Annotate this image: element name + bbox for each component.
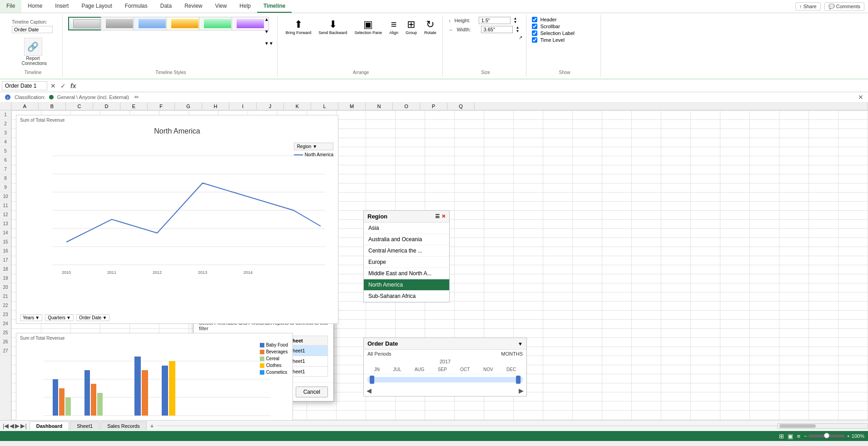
row-11[interactable]: 11 [0, 201, 11, 210]
header-checkbox[interactable] [532, 17, 537, 22]
chart1-container[interactable]: Sum of Total Revenue North America $- $1… [16, 115, 338, 324]
resize-handle-tr[interactable] [523, 338, 526, 342]
cancel-edit-button[interactable]: ✕ [49, 82, 57, 89]
quarters-dropdown[interactable]: Quarters ▼ [45, 314, 74, 321]
col-header-J[interactable]: J [257, 103, 284, 110]
date-slider-left-handle[interactable] [370, 376, 374, 384]
col-header-C[interactable]: C [66, 103, 93, 110]
tab-home[interactable]: Home [21, 0, 49, 13]
row-15[interactable]: 15 [0, 238, 11, 247]
tab-help[interactable]: Help [233, 0, 257, 13]
row-13[interactable]: 13 [0, 219, 11, 228]
tab-timeline[interactable]: Timeline [257, 0, 292, 13]
col-header-P[interactable]: P [420, 103, 447, 110]
col-header-A[interactable]: A [11, 103, 39, 110]
slicer-item-europe[interactable]: Europe [364, 257, 449, 268]
slicer-item-sub-saharan[interactable]: Sub-Saharan Africa [364, 291, 449, 302]
row-25[interactable]: 25 [0, 328, 11, 337]
row-5[interactable]: 5 [0, 147, 11, 156]
col-header-M[interactable]: M [338, 103, 366, 110]
tab-data[interactable]: Data [154, 0, 178, 13]
height-decrement[interactable]: ▼ [513, 20, 517, 24]
col-header-O[interactable]: O [393, 103, 420, 110]
sheet-last-button[interactable]: ▶| [20, 422, 26, 429]
slicer-clear-icon[interactable]: ✕ [441, 213, 446, 219]
size-expand-icon[interactable]: ↗ [519, 35, 522, 40]
col-header-I[interactable]: I [229, 103, 257, 110]
date-slicer[interactable]: Order Date ▼ All Periods MONTHS 2017 JN … [363, 337, 527, 396]
sheet-prev-button[interactable]: ◀ [10, 422, 14, 429]
col-header-F[interactable]: F [148, 103, 175, 110]
scrollbar-checkbox[interactable] [532, 24, 537, 29]
row-14[interactable]: 14 [0, 228, 11, 238]
styles-expand[interactable]: ▼▼ [264, 41, 273, 46]
cells-area[interactable]: Sum of Total Revenue North America $- $1… [11, 110, 868, 420]
timeline-style-5[interactable] [199, 17, 236, 30]
width-input[interactable] [481, 26, 513, 33]
page-break-view-icon[interactable]: ≡ [797, 433, 800, 440]
col-header-B[interactable]: B [39, 103, 66, 110]
width-decrement[interactable]: ▼ [516, 30, 519, 33]
zoom-out-button[interactable]: − [804, 433, 807, 439]
cell-reference[interactable]: Order Date 1 [2, 81, 47, 90]
row-10[interactable]: 10 [0, 192, 11, 201]
row-6[interactable]: 6 [0, 156, 11, 165]
share-button[interactable]: ↑ Share [795, 2, 821, 10]
region-filter-button[interactable]: Region ▼ [294, 143, 333, 150]
insert-function-button[interactable]: fx [69, 82, 77, 89]
timeline-style-6[interactable] [232, 17, 269, 30]
normal-view-icon[interactable]: ⊞ [779, 433, 784, 440]
row-23[interactable]: 23 [0, 310, 11, 319]
row-2[interactable]: 2 [0, 119, 11, 129]
col-header-D[interactable]: D [93, 103, 120, 110]
col-header-E[interactable]: E [120, 103, 148, 110]
date-prev-button[interactable]: ◀ [367, 387, 372, 394]
caption-input[interactable] [12, 26, 53, 33]
zoom-slider-thumb[interactable] [824, 433, 829, 438]
col-header-L[interactable]: L [311, 103, 338, 110]
timeline-style-1[interactable] [68, 17, 105, 30]
comments-button[interactable]: 💬 Comments [824, 2, 864, 11]
selection-label-checkbox[interactable] [532, 30, 537, 36]
dialog-cancel-button[interactable]: Cancel [296, 387, 328, 397]
tab-formulas[interactable]: Formulas [119, 0, 154, 13]
row-16[interactable]: 16 [0, 247, 11, 256]
row-27[interactable]: 27 [0, 347, 11, 356]
col-header-G[interactable]: G [175, 103, 202, 110]
slicer-filter-icon[interactable]: ☰ [435, 213, 440, 219]
tab-insert[interactable]: Insert [49, 0, 75, 13]
date-filter-icon[interactable]: ▼ [518, 341, 523, 347]
selection-pane-button[interactable]: ▣ Selection Pane [352, 17, 385, 37]
slicer-item-asia[interactable]: Asia [364, 223, 449, 234]
tab-review[interactable]: Review [178, 0, 208, 13]
rotate-button[interactable]: ↻ Rotate [422, 17, 439, 37]
col-header-Q[interactable]: Q [447, 103, 475, 110]
styles-scroll-down[interactable]: ▼ [264, 29, 273, 34]
tab-page-layout[interactable]: Page Layout [75, 0, 118, 13]
row-4[interactable]: 4 [0, 138, 11, 147]
bring-forward-button[interactable]: ⬆ Bring Forward [283, 17, 314, 37]
formula-input[interactable] [79, 82, 866, 90]
tab-file[interactable]: File [0, 0, 21, 13]
classification-close-button[interactable]: ✕ [858, 94, 863, 101]
timeline-style-4[interactable] [166, 17, 203, 30]
h-scrollbar[interactable] [777, 423, 868, 429]
row-1[interactable]: 1 [0, 110, 11, 119]
zoom-slider[interactable] [808, 435, 845, 437]
row-12[interactable]: 12 [0, 210, 11, 219]
sheet-tab-sheet1[interactable]: Sheet1 [70, 421, 99, 430]
height-input[interactable] [479, 17, 511, 24]
time-level-checkbox[interactable] [532, 37, 537, 43]
zoom-control[interactable]: − + 100% [804, 433, 864, 439]
slicer-item-australia[interactable]: Australia and Oceania [364, 234, 449, 245]
col-header-K[interactable]: K [284, 103, 311, 110]
group-button[interactable]: ⊞ Group [403, 17, 420, 37]
edit-classification-icon[interactable]: ✏ [134, 94, 139, 100]
col-header-H[interactable]: H [202, 103, 229, 110]
slicer-item-middle-east[interactable]: Middle East and North A... [364, 268, 449, 279]
order-date-dropdown[interactable]: Order Date ▼ [76, 314, 109, 321]
sheet-tab-sales-records[interactable]: Sales Records [100, 421, 147, 430]
row-20[interactable]: 20 [0, 283, 11, 292]
row-21[interactable]: 21 [0, 292, 11, 301]
chart2-container[interactable]: Sum of Total Revenue $- $10M $20M $30M [16, 333, 293, 420]
